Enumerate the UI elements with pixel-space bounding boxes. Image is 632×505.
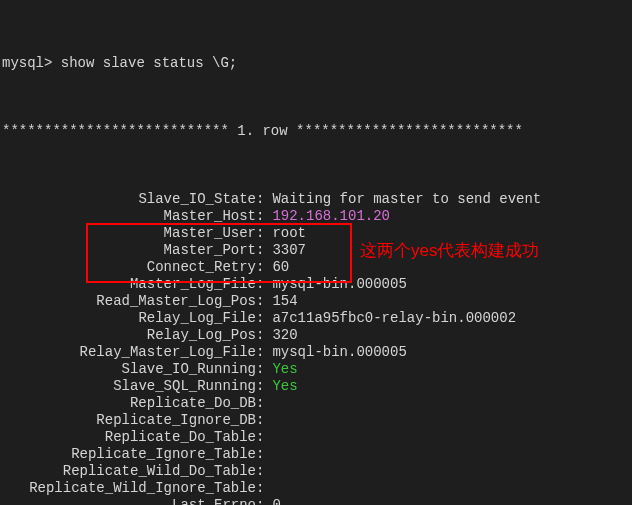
status-row: Slave_IO_State:Waiting for master to sen… [2,191,627,208]
field-label: Master_Port [2,242,256,259]
colon: : [256,225,264,242]
field-label: Master_Host [2,208,256,225]
field-label: Relay_Log_Pos [2,327,256,344]
field-label: Relay_Master_Log_File [2,344,256,361]
status-row: Relay_Log_Pos:320 [2,327,627,344]
field-label: Relay_Log_File [2,310,256,327]
field-label: Master_User [2,225,256,242]
field-value: 154 [264,293,297,310]
colon: : [256,242,264,259]
status-row: Last_Errno:0 [2,497,627,505]
field-label: Replicate_Ignore_DB [2,412,256,429]
colon: : [256,446,264,463]
colon: : [256,310,264,327]
field-value: Waiting for master to send event [264,191,541,208]
status-row: Slave_IO_Running:Yes [2,361,627,378]
colon: : [256,344,264,361]
fields-container: Slave_IO_State:Waiting for master to sen… [2,191,627,505]
row-header-right: *************************** [288,123,523,140]
field-label: Replicate_Ignore_Table [2,446,256,463]
colon: : [256,259,264,276]
field-label: Replicate_Wild_Ignore_Table [2,480,256,497]
colon: : [256,191,264,208]
status-row: Master_Host:192.168.101.20 [2,208,627,225]
colon: : [256,327,264,344]
status-row: Relay_Log_File:a7c11a95fbc0-relay-bin.00… [2,310,627,327]
field-value: 320 [264,327,297,344]
colon: : [256,361,264,378]
status-row: Relay_Master_Log_File:mysql-bin.000005 [2,344,627,361]
field-label: Last_Errno [2,497,256,505]
colon: : [256,480,264,497]
field-value: Yes [264,361,297,378]
colon: : [256,378,264,395]
field-value: 60 [264,259,289,276]
row-header-mid: 1. row [237,123,287,140]
status-row: Replicate_Wild_Do_Table: [2,463,627,480]
field-value: mysql-bin.000005 [264,276,406,293]
status-row: Replicate_Do_Table: [2,429,627,446]
prompt: mysql> [2,55,61,72]
colon: : [256,463,264,480]
status-row: Master_Log_File:mysql-bin.000005 [2,276,627,293]
status-row: Slave_SQL_Running:Yes [2,378,627,395]
colon: : [256,429,264,446]
colon: : [256,395,264,412]
colon: : [256,276,264,293]
colon: : [256,293,264,310]
field-label: Slave_IO_Running [2,361,256,378]
command-line: mysql> show slave status \G; [2,55,627,72]
field-label: Replicate_Do_Table [2,429,256,446]
command-text: show slave status \G; [61,55,237,72]
field-value [264,446,272,463]
status-row: Replicate_Wild_Ignore_Table: [2,480,627,497]
field-value [264,429,272,446]
field-label: Master_Log_File [2,276,256,293]
status-row: Replicate_Ignore_Table: [2,446,627,463]
field-label: Read_Master_Log_Pos [2,293,256,310]
colon: : [256,497,264,505]
row-header-left: *************************** [2,123,237,140]
field-label: Slave_IO_State [2,191,256,208]
field-label: Slave_SQL_Running [2,378,256,395]
colon: : [256,208,264,225]
field-value: root [264,225,306,242]
field-value [264,412,272,429]
status-row: Master_User:root [2,225,627,242]
field-value [264,463,272,480]
field-label: Replicate_Do_DB [2,395,256,412]
field-value: 192.168.101.20 [264,208,390,225]
field-value: 0 [264,497,280,505]
annotation-text: 这两个yes代表构建成功 [360,242,539,259]
colon: : [256,412,264,429]
row-header: *************************** 1. row *****… [2,123,627,140]
field-value [264,480,272,497]
field-value [264,395,272,412]
field-value: mysql-bin.000005 [264,344,406,361]
field-value: 3307 [264,242,306,259]
field-value: a7c11a95fbc0-relay-bin.000002 [264,310,516,327]
status-row: Read_Master_Log_Pos:154 [2,293,627,310]
status-row: Replicate_Ignore_DB: [2,412,627,429]
field-value: Yes [264,378,297,395]
status-row: Connect_Retry:60 [2,259,627,276]
status-row: Replicate_Do_DB: [2,395,627,412]
field-label: Replicate_Wild_Do_Table [2,463,256,480]
field-label: Connect_Retry [2,259,256,276]
